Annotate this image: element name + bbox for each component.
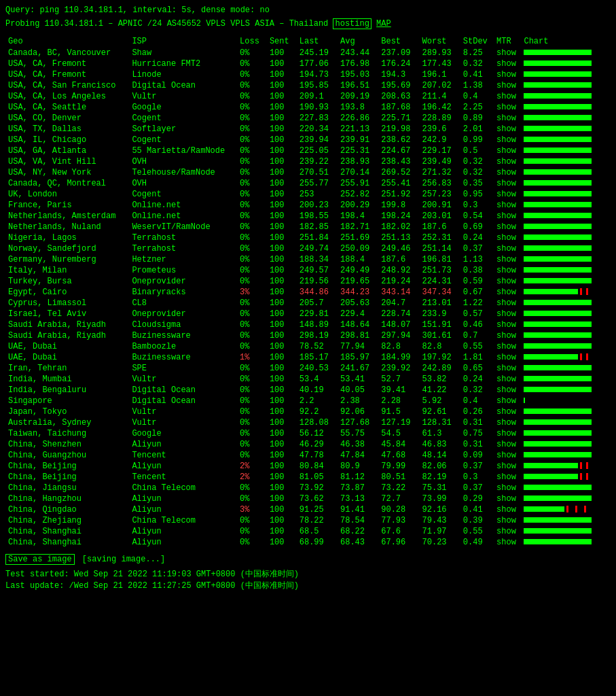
cell-worst: 228.89 xyxy=(420,113,460,124)
cell-mtr[interactable]: show xyxy=(494,135,521,145)
cell-isp: Aliyun xyxy=(129,504,237,515)
cell-mtr[interactable]: show xyxy=(494,243,521,254)
cell-avg: 77.94 xyxy=(338,341,378,352)
cell-mtr[interactable]: show xyxy=(494,461,521,472)
cell-best: 204.7 xyxy=(378,298,419,309)
cell-geo: Australia, Sydney xyxy=(5,417,129,428)
cell-mtr[interactable]: show xyxy=(494,352,521,363)
cell-sent: 100 xyxy=(267,298,297,309)
cell-loss: 0% xyxy=(237,330,267,341)
cell-best: 269.52 xyxy=(378,167,419,178)
cell-mtr[interactable]: show xyxy=(494,385,521,396)
cell-avg: 2.38 xyxy=(338,396,378,406)
cell-geo: Italy, Milan xyxy=(5,265,129,276)
cell-mtr[interactable]: show xyxy=(494,363,521,374)
cell-sent: 100 xyxy=(267,483,297,493)
cell-isp: Binaryracks xyxy=(129,287,237,298)
cell-mtr[interactable]: show xyxy=(494,450,521,461)
cell-geo: Israel, Tel Aviv xyxy=(5,309,129,319)
cell-stdev: 0.55 xyxy=(460,526,494,537)
cell-loss: 0% xyxy=(237,135,267,145)
cell-mtr[interactable]: show xyxy=(494,145,521,156)
test-times: Test started: Wed Sep 21 2022 11:19:03 G… xyxy=(5,568,611,591)
cell-chart xyxy=(521,232,611,243)
cell-geo: India, Mumbai xyxy=(5,374,129,385)
cell-mtr[interactable]: show xyxy=(494,472,521,483)
cell-mtr[interactable]: show xyxy=(494,526,521,537)
cell-mtr[interactable]: show xyxy=(494,48,521,58)
cell-mtr[interactable]: show xyxy=(494,515,521,526)
cell-mtr[interactable]: show xyxy=(494,428,521,439)
save-image-link[interactable]: Save as image xyxy=(5,554,75,565)
cell-mtr[interactable]: show xyxy=(494,232,521,243)
cell-last: 198.55 xyxy=(297,211,338,222)
cell-best: 182.02 xyxy=(378,222,419,232)
cell-mtr[interactable]: show xyxy=(494,113,521,124)
cell-mtr[interactable]: show xyxy=(494,276,521,287)
cell-mtr[interactable]: show xyxy=(494,222,521,232)
hosting-badge[interactable]: hosting xyxy=(333,18,371,29)
cell-worst: 242.9 xyxy=(420,135,460,145)
cell-geo: UK, London xyxy=(5,189,129,200)
cell-best: 194.3 xyxy=(378,69,419,80)
cell-isp: Telehouse/RamNode xyxy=(129,167,237,178)
cell-sent: 100 xyxy=(267,287,297,298)
cell-geo: China, Shenzhen xyxy=(5,439,129,450)
header-stdev: StDev xyxy=(460,35,494,48)
cell-mtr[interactable]: show xyxy=(494,167,521,178)
cell-mtr[interactable]: show xyxy=(494,537,521,548)
cell-mtr[interactable]: show xyxy=(494,504,521,515)
cell-mtr[interactable]: show xyxy=(494,319,521,330)
table-body: Canada, BC, Vancouver Shaw 0% 100 245.19… xyxy=(5,48,611,548)
cell-geo: Taiwan, Taichung xyxy=(5,428,129,439)
cell-last: 249.57 xyxy=(297,265,338,276)
cell-mtr[interactable]: show xyxy=(494,483,521,493)
cell-last: 270.51 xyxy=(297,167,338,178)
cell-mtr[interactable]: show xyxy=(494,178,521,189)
cell-mtr[interactable]: show xyxy=(494,374,521,385)
cell-mtr[interactable]: show xyxy=(494,91,521,102)
cell-avg: 243.44 xyxy=(338,48,378,58)
cell-mtr[interactable]: show xyxy=(494,417,521,428)
table-row: Saudi Arabia, Riyadh Cloudsigma 0% 100 1… xyxy=(5,319,611,330)
cell-mtr[interactable]: show xyxy=(494,265,521,276)
cell-last: 148.89 xyxy=(297,319,338,330)
cell-loss: 0% xyxy=(237,483,267,493)
cell-worst: 177.43 xyxy=(420,58,460,69)
cell-last: 220.34 xyxy=(297,124,338,135)
map-link[interactable]: MAP xyxy=(376,19,391,29)
cell-avg: 68.43 xyxy=(338,537,378,548)
cell-mtr[interactable]: show xyxy=(494,493,521,504)
cell-mtr[interactable]: show xyxy=(494,80,521,91)
cell-sent: 100 xyxy=(267,200,297,211)
cell-chart xyxy=(521,406,611,417)
cell-mtr[interactable]: show xyxy=(494,287,521,298)
cell-mtr[interactable]: show xyxy=(494,211,521,222)
cell-mtr[interactable]: show xyxy=(494,200,521,211)
cell-mtr[interactable]: show xyxy=(494,330,521,341)
cell-mtr[interactable]: show xyxy=(494,156,521,167)
cell-mtr[interactable]: show xyxy=(494,254,521,265)
cell-mtr[interactable]: show xyxy=(494,58,521,69)
cell-mtr[interactable]: show xyxy=(494,396,521,406)
cell-mtr[interactable]: show xyxy=(494,341,521,352)
cell-mtr[interactable]: show xyxy=(494,439,521,450)
cell-mtr[interactable]: show xyxy=(494,69,521,80)
cell-mtr[interactable]: show xyxy=(494,298,521,309)
cell-mtr[interactable]: show xyxy=(494,406,521,417)
table-row: China, Guangzhou Tencent 0% 100 47.78 47… xyxy=(5,450,611,461)
cell-avg: 195.03 xyxy=(338,69,378,80)
cell-mtr[interactable]: show xyxy=(494,102,521,113)
table-row: China, Jiangsu China Telecom 0% 100 73.9… xyxy=(5,483,611,493)
cell-last: 73.62 xyxy=(297,493,338,504)
cell-mtr[interactable]: show xyxy=(494,189,521,200)
test-started: Test started: Wed Sep 21 2022 11:19:03 G… xyxy=(5,568,611,580)
cell-best: 91.5 xyxy=(378,406,419,417)
cell-sent: 100 xyxy=(267,363,297,374)
cell-loss: 0% xyxy=(237,113,267,124)
cell-isp: Digital Ocean xyxy=(129,80,237,91)
cell-stdev: 0.31 xyxy=(460,439,494,450)
cell-mtr[interactable]: show xyxy=(494,124,521,135)
cell-loss: 0% xyxy=(237,145,267,156)
cell-mtr[interactable]: show xyxy=(494,309,521,319)
